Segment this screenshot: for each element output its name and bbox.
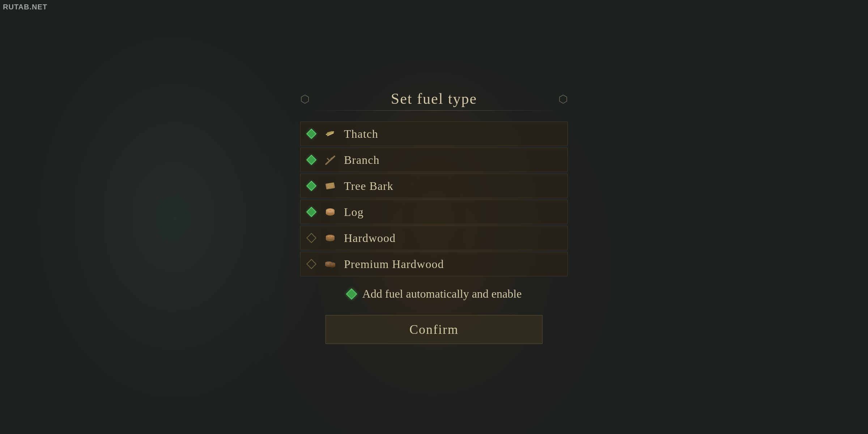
bark-selected-icon <box>306 181 316 191</box>
log-item-icon <box>322 204 338 220</box>
branch-selected-icon <box>306 155 316 165</box>
hardwood-selected-icon <box>306 233 316 243</box>
confirm-button[interactable]: Confirm <box>326 315 542 344</box>
premium-selected-icon <box>306 259 316 269</box>
thatch-label: Thatch <box>344 127 378 141</box>
dialog-container: ⬡ Set fuel type ⬡ Thatch <box>300 90 568 344</box>
svg-line-5 <box>327 158 329 161</box>
fuel-list: Thatch Branch <box>300 122 568 276</box>
svg-rect-6 <box>326 182 335 190</box>
fuel-item-branch[interactable]: Branch <box>300 148 568 172</box>
bark-label: Tree Bark <box>344 179 393 193</box>
title-row: ⬡ Set fuel type ⬡ <box>300 90 568 107</box>
branch-label: Branch <box>344 153 379 167</box>
fuel-item-thatch[interactable]: Thatch <box>300 122 568 146</box>
auto-fuel-row[interactable]: Add fuel automatically and enable <box>346 287 522 301</box>
thatch-item-icon <box>322 126 338 142</box>
log-selected-icon <box>306 207 316 217</box>
bark-item-icon <box>322 178 338 194</box>
deco-left-icon: ⬡ <box>300 93 310 105</box>
branch-item-icon <box>322 152 338 168</box>
auto-fuel-label: Add fuel automatically and enable <box>362 287 522 301</box>
hardwood-item-icon <box>322 230 338 246</box>
fuel-item-log[interactable]: Log <box>300 200 568 224</box>
dialog-title: Set fuel type <box>391 90 477 107</box>
svg-point-26 <box>329 263 335 265</box>
auto-fuel-icon <box>346 289 357 299</box>
log-label: Log <box>344 205 364 219</box>
svg-point-19 <box>329 236 331 237</box>
premium-label: Premium Hardwood <box>344 258 444 271</box>
hardwood-label: Hardwood <box>344 231 396 245</box>
fuel-item-premium-hardwood[interactable]: Premium Hardwood <box>300 252 568 276</box>
watermark: RUTAB.NET <box>3 3 47 11</box>
thatch-selected-icon <box>306 129 316 139</box>
svg-point-14 <box>329 210 332 211</box>
fuel-item-hardwood[interactable]: Hardwood <box>300 226 568 250</box>
fuel-item-tree-bark[interactable]: Tree Bark <box>300 174 568 198</box>
premium-item-icon <box>322 256 338 272</box>
title-divider <box>300 110 568 111</box>
deco-right-icon: ⬡ <box>558 93 568 105</box>
